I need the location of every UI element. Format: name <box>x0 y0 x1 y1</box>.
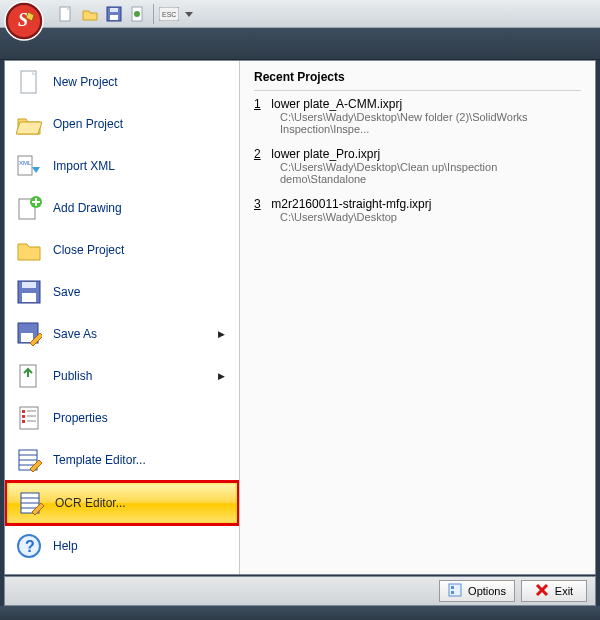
close-icon <box>535 583 549 599</box>
menu-save-as[interactable]: Save As ▶ <box>5 313 239 355</box>
exit-label: Exit <box>555 585 573 597</box>
svg-rect-18 <box>22 282 36 288</box>
menu-save[interactable]: Save <box>5 271 239 313</box>
quick-access-toolbar: S ESC <box>0 0 600 28</box>
menu-item-label: Properties <box>53 411 229 425</box>
svg-rect-39 <box>449 584 461 596</box>
menu-column: New Project Open Project XML Import XML … <box>5 61 240 574</box>
recent-projects-panel: Recent Projects 1 lower plate_A-CMM.ixpr… <box>240 61 595 574</box>
properties-icon <box>15 404 43 432</box>
menu-help[interactable]: ? Help <box>5 525 239 567</box>
new-project-icon <box>15 68 43 96</box>
qat-open-button[interactable] <box>79 3 101 25</box>
qat-esc-button[interactable]: ESC <box>158 3 180 25</box>
svg-rect-6 <box>110 8 118 12</box>
menu-item-label: Save <box>53 285 229 299</box>
help-icon: ? <box>15 532 43 560</box>
options-label: Options <box>468 585 506 597</box>
app-menu-button[interactable]: S <box>2 0 47 42</box>
open-folder-icon <box>15 110 43 138</box>
svg-text:S: S <box>18 10 28 30</box>
recent-item-number: 3 <box>254 197 268 211</box>
submenu-arrow-icon: ▶ <box>218 329 225 339</box>
menu-item-label: New Project <box>53 75 229 89</box>
svg-rect-17 <box>22 293 36 302</box>
qat-publish-button[interactable] <box>127 3 149 25</box>
qat-separator <box>153 4 154 24</box>
recent-item-path: C:\Users\Wady\Desktop <box>280 211 581 223</box>
menu-close-project[interactable]: Close Project <box>5 229 239 271</box>
svg-text:?: ? <box>25 538 35 555</box>
recent-item-number: 2 <box>254 147 268 161</box>
save-icon <box>15 278 43 306</box>
svg-rect-40 <box>451 586 454 589</box>
svg-rect-5 <box>110 15 118 20</box>
menu-item-label: Open Project <box>53 117 229 131</box>
svg-point-8 <box>134 11 140 17</box>
recent-item-path: C:\Users\Wady\Desktop\New folder (2)\Sol… <box>280 111 581 135</box>
recent-project-item[interactable]: 1 lower plate_A-CMM.ixprj C:\Users\Wady\… <box>254 97 581 135</box>
menu-properties[interactable]: Properties <box>5 397 239 439</box>
menu-item-label: Import XML <box>53 159 229 173</box>
menu-publish[interactable]: Publish ▶ <box>5 355 239 397</box>
svg-rect-20 <box>21 333 33 342</box>
menu-item-label: Template Editor... <box>53 453 229 467</box>
recent-projects-heading: Recent Projects <box>254 67 581 91</box>
menu-item-label: Close Project <box>53 243 229 257</box>
menu-import-xml[interactable]: XML Import XML <box>5 145 239 187</box>
qat-new-button[interactable] <box>55 3 77 25</box>
import-xml-icon: XML <box>15 152 43 180</box>
menu-open-project[interactable]: Open Project <box>5 103 239 145</box>
menu-add-drawing[interactable]: Add Drawing <box>5 187 239 229</box>
options-icon <box>448 583 462 599</box>
recent-item-name: m2r2160011-straight-mfg.ixprj <box>271 197 431 211</box>
svg-text:XML: XML <box>19 160 32 166</box>
exit-button[interactable]: Exit <box>521 580 587 602</box>
svg-rect-25 <box>22 420 25 423</box>
menu-item-label: Help <box>53 539 229 553</box>
menu-item-label: Add Drawing <box>53 201 229 215</box>
qat-save-button[interactable] <box>103 3 125 25</box>
options-button[interactable]: Options <box>439 580 515 602</box>
svg-rect-24 <box>22 415 25 418</box>
window-bottom-border <box>0 606 600 620</box>
recent-item-name: lower plate_Pro.ixprj <box>271 147 380 161</box>
save-as-icon <box>15 320 43 348</box>
menu-item-label: OCR Editor... <box>55 496 227 510</box>
ocr-editor-icon <box>17 489 45 517</box>
close-folder-icon <box>15 236 43 264</box>
add-drawing-icon <box>15 194 43 222</box>
menu-item-label: Save As <box>53 327 208 341</box>
submenu-arrow-icon: ▶ <box>218 371 225 381</box>
recent-item-name: lower plate_A-CMM.ixprj <box>271 97 402 111</box>
menu-template-editor[interactable]: Template Editor... <box>5 439 239 481</box>
application-menu-panel: New Project Open Project XML Import XML … <box>4 60 596 575</box>
recent-project-item[interactable]: 3 m2r2160011-straight-mfg.ixprj C:\Users… <box>254 197 581 223</box>
recent-item-number: 1 <box>254 97 268 111</box>
recent-project-item[interactable]: 2 lower plate_Pro.ixprj C:\Users\Wady\De… <box>254 147 581 185</box>
menu-item-label: Publish <box>53 369 208 383</box>
application-menu-footer: Options Exit <box>4 576 596 606</box>
menu-new-project[interactable]: New Project <box>5 61 239 103</box>
qat-customize-dropdown[interactable] <box>182 3 196 25</box>
ribbon-tab-bar <box>0 28 600 60</box>
recent-item-path: C:\Users\Wady\Desktop\Clean up\Inspectio… <box>280 161 581 185</box>
menu-ocr-editor[interactable]: OCR Editor... <box>5 480 240 526</box>
svg-rect-41 <box>451 591 454 594</box>
svg-text:ESC: ESC <box>162 11 176 18</box>
publish-icon <box>15 362 43 390</box>
template-editor-icon <box>15 446 43 474</box>
svg-rect-23 <box>22 410 25 413</box>
